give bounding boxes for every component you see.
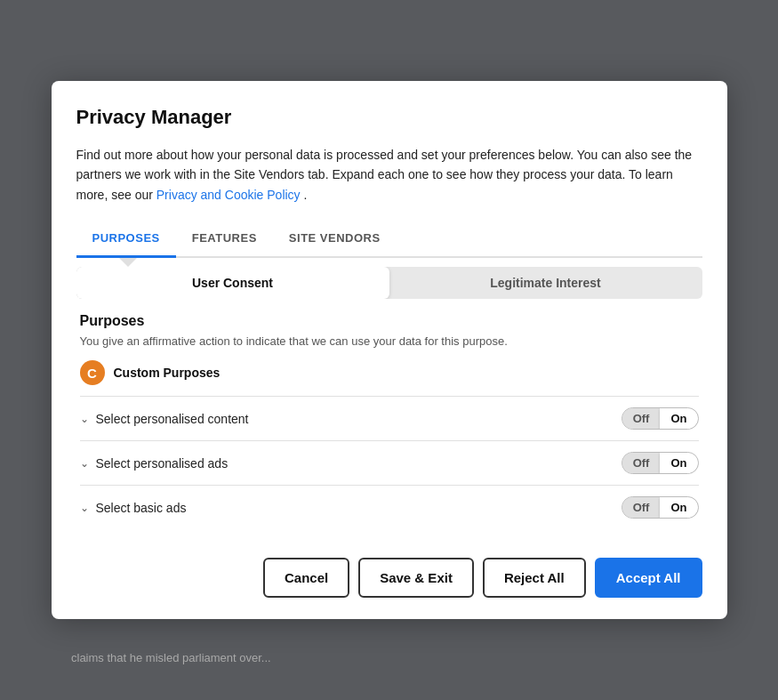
cancel-button[interactable]: Cancel — [263, 558, 349, 598]
toggle-on-button-1[interactable]: On — [660, 408, 697, 429]
purpose-row-left-2: ⌄ Select personalised ads — [80, 456, 229, 471]
custom-purposes-badge: C — [80, 360, 105, 385]
modal-title: Privacy Manager — [76, 106, 702, 129]
purposes-title: Purposes — [80, 313, 699, 329]
purposes-section: Purposes You give an affirmative action … — [76, 313, 702, 529]
background-text: claims that he misled parliament over... — [71, 651, 271, 664]
toggle-off-button-2[interactable]: Off — [622, 453, 661, 473]
toggle-switch-2: Off On — [622, 452, 699, 474]
tab-purposes[interactable]: PURPOSES — [76, 222, 176, 258]
privacy-policy-link[interactable]: Privacy and Cookie Policy — [156, 188, 301, 202]
legitimate-interest-button[interactable]: Legitimate Interest — [389, 267, 702, 299]
description-end: . — [304, 188, 308, 202]
purpose-label-1: Select personalised content — [96, 412, 249, 426]
toggle-off-button-1[interactable]: Off — [622, 408, 661, 429]
reject-all-button[interactable]: Reject All — [483, 558, 586, 598]
toggle-on-button-2[interactable]: On — [660, 453, 697, 473]
purpose-row-left-1: ⌄ Select personalised content — [80, 412, 249, 426]
user-consent-button[interactable]: User Consent — [76, 267, 389, 299]
purpose-row-left-3: ⌄ Select basic ads — [80, 501, 187, 515]
toggle-switch-3: Off On — [622, 496, 699, 519]
chevron-icon-3[interactable]: ⌄ — [80, 502, 89, 514]
toggle-on-button-3[interactable]: On — [660, 497, 697, 518]
purpose-row-personalised-content: ⌄ Select personalised content Off On — [80, 396, 699, 440]
consent-toggle-group: User Consent Legitimate Interest — [76, 267, 702, 299]
tab-features[interactable]: FEATURES — [176, 222, 273, 258]
purpose-row-personalised-ads: ⌄ Select personalised ads Off On — [80, 440, 699, 485]
purposes-description: You give an affirmative action to indica… — [80, 334, 699, 348]
chevron-icon-2[interactable]: ⌄ — [80, 457, 89, 470]
purpose-label-2: Select personalised ads — [96, 456, 229, 471]
toggle-off-button-3[interactable]: Off — [622, 497, 661, 518]
save-exit-button[interactable]: Save & Exit — [358, 558, 474, 598]
purpose-label-3: Select basic ads — [96, 501, 187, 515]
tab-indicator-triangle — [119, 258, 137, 267]
custom-purposes-row: C Custom Purposes — [80, 360, 699, 385]
footer-buttons: Cancel Save & Exit Reject All Accept All — [76, 547, 702, 598]
modal-description: Find out more about how your personal da… — [76, 145, 702, 205]
chevron-icon-1[interactable]: ⌄ — [80, 413, 89, 425]
accept-all-button[interactable]: Accept All — [595, 558, 702, 598]
tab-site-vendors[interactable]: SITE VENDORS — [273, 222, 397, 258]
tab-bar: PURPOSES FEATURES SITE VENDORS — [76, 222, 702, 258]
toggle-switch-1: Off On — [622, 407, 699, 430]
custom-purposes-label: Custom Purposes — [114, 366, 221, 380]
purpose-row-basic-ads: ⌄ Select basic ads Off On — [80, 485, 699, 529]
privacy-manager-modal: Privacy Manager Find out more about how … — [52, 81, 727, 619]
